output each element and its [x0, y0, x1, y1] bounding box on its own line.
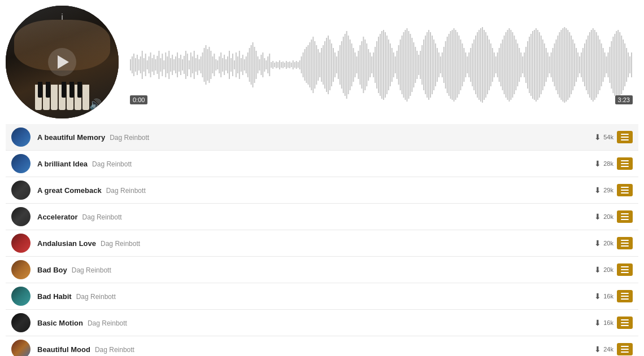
download-button[interactable]: ⬇16k: [594, 318, 613, 327]
download-button[interactable]: ⬇54k: [594, 133, 613, 142]
svg-rect-172: [418, 55, 419, 75]
svg-rect-155: [390, 43, 391, 86]
track-row[interactable]: Andalusian LoveDag Reinbott⬇20k: [6, 230, 638, 257]
svg-rect-250: [549, 56, 550, 73]
svg-rect-238: [529, 37, 530, 93]
svg-rect-233: [520, 52, 521, 77]
svg-rect-92: [284, 63, 285, 67]
svg-rect-289: [614, 34, 615, 96]
svg-rect-141: [366, 43, 367, 86]
menu-button[interactable]: [617, 237, 633, 249]
track-artist: Dag Reinbott: [92, 160, 132, 168]
svg-rect-34: [187, 54, 188, 76]
track-title: Bad Boy: [37, 266, 67, 274]
svg-rect-190: [449, 34, 450, 96]
menu-button[interactable]: [617, 343, 633, 355]
svg-rect-19: [162, 54, 163, 76]
svg-rect-271: [584, 43, 585, 86]
menu-icon: [621, 322, 629, 323]
svg-rect-297: [628, 52, 629, 77]
track-row[interactable]: A great ComebackDag Reinbott⬇29k: [6, 177, 638, 204]
svg-rect-148: [378, 37, 379, 93]
svg-rect-157: [393, 52, 394, 77]
track-row[interactable]: Beautiful MoodDag Reinbott⬇24k: [6, 336, 638, 356]
menu-icon: [621, 192, 629, 194]
svg-rect-11: [149, 56, 150, 73]
svg-rect-278: [596, 32, 597, 98]
svg-rect-199: [463, 48, 464, 82]
menu-icon: [621, 137, 629, 138]
svg-rect-292: [619, 32, 620, 98]
svg-rect-267: [577, 52, 578, 77]
svg-rect-126: [341, 41, 342, 89]
info-icon[interactable]: i: [61, 12, 63, 21]
track-actions: ⬇16k: [594, 317, 633, 329]
track-info: Bad HabitDag Reinbott: [37, 292, 588, 301]
svg-rect-231: [517, 43, 518, 86]
volume-icon[interactable]: 🔊: [89, 98, 102, 111]
menu-button[interactable]: [617, 317, 633, 329]
svg-rect-18: [160, 58, 161, 72]
track-actions: ⬇20k: [594, 237, 633, 249]
track-row[interactable]: Basic MotionDag Reinbott⬇16k: [6, 310, 638, 336]
svg-rect-273: [588, 36, 589, 94]
track-artist: Dag Reinbott: [72, 266, 111, 274]
svg-rect-47: [208, 47, 210, 83]
menu-button[interactable]: [617, 290, 633, 302]
svg-rect-191: [450, 31, 451, 99]
download-button[interactable]: ⬇24k: [594, 345, 613, 354]
svg-rect-101: [299, 60, 301, 69]
svg-rect-86: [274, 63, 275, 67]
track-actions: ⬇54k: [594, 131, 633, 143]
track-row[interactable]: A brilliant IdeaDag Reinbott⬇28k: [6, 151, 638, 177]
svg-rect-49: [212, 56, 213, 73]
menu-icon: [621, 160, 629, 161]
track-thumbnail: [11, 313, 31, 332]
svg-rect-286: [609, 47, 610, 83]
svg-rect-210: [482, 27, 483, 103]
download-button[interactable]: ⬇16k: [594, 292, 613, 301]
menu-button[interactable]: [617, 210, 633, 223]
svg-rect-248: [546, 48, 547, 82]
svg-rect-150: [381, 31, 382, 99]
track-row[interactable]: Bad HabitDag Reinbott⬇16k: [6, 283, 638, 310]
download-button[interactable]: ⬇20k: [594, 239, 613, 248]
download-button[interactable]: ⬇20k: [594, 265, 613, 274]
svg-rect-279: [598, 36, 599, 94]
track-row[interactable]: AcceleratorDag Reinbott⬇20k: [6, 204, 638, 230]
download-button[interactable]: ⬇29k: [594, 186, 613, 195]
svg-rect-66: [241, 58, 242, 72]
svg-rect-36: [190, 52, 192, 77]
track-row[interactable]: A beautiful MemoryDag Reinbott⬇54k: [6, 124, 638, 151]
svg-rect-156: [391, 48, 393, 82]
svg-rect-149: [380, 34, 381, 96]
menu-button[interactable]: [617, 131, 633, 143]
svg-rect-228: [512, 32, 513, 98]
svg-rect-95: [289, 61, 290, 68]
menu-button[interactable]: [617, 184, 633, 196]
svg-rect-225: [507, 30, 508, 100]
svg-rect-43: [202, 52, 203, 77]
svg-rect-42: [201, 56, 202, 73]
svg-rect-275: [591, 30, 592, 100]
download-count: 20k: [603, 240, 613, 247]
track-row[interactable]: Bad BoyDag Reinbott⬇20k: [6, 257, 638, 283]
svg-rect-90: [281, 62, 282, 68]
svg-rect-243: [537, 30, 538, 100]
svg-rect-136: [358, 51, 359, 79]
svg-rect-167: [410, 34, 411, 96]
svg-rect-154: [388, 39, 389, 90]
svg-rect-226: [508, 28, 510, 102]
svg-rect-276: [593, 28, 594, 102]
svg-rect-176: [425, 36, 426, 94]
svg-rect-40: [197, 55, 198, 75]
play-button[interactable]: [48, 48, 76, 76]
menu-button[interactable]: [617, 263, 633, 276]
download-button[interactable]: ⬇28k: [594, 159, 613, 168]
download-button[interactable]: ⬇20k: [594, 212, 613, 221]
download-icon: ⬇: [594, 318, 601, 327]
waveform[interactable]: 0:00 3:23: [130, 25, 633, 104]
menu-button[interactable]: [617, 157, 633, 170]
svg-rect-122: [334, 52, 336, 77]
menu-icon: [621, 245, 629, 247]
